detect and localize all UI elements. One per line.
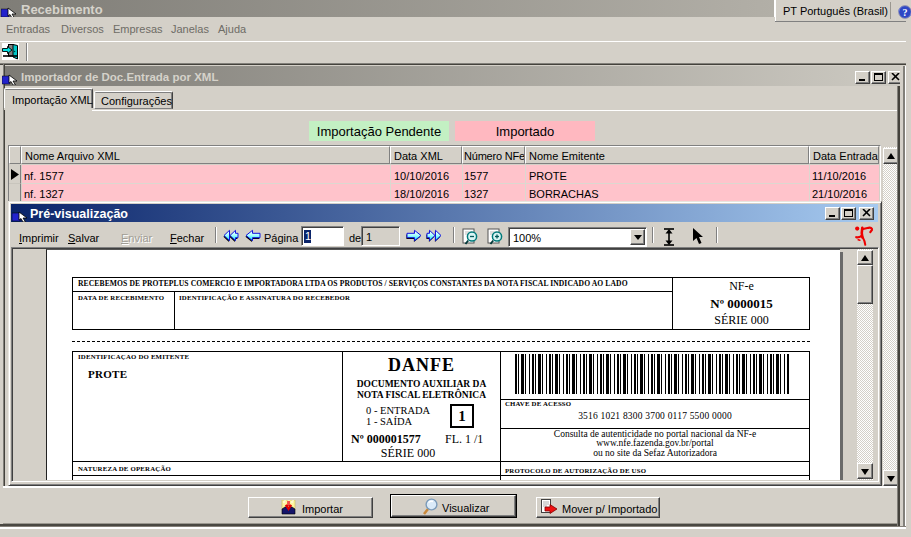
svg-text:?: ? <box>903 7 908 18</box>
